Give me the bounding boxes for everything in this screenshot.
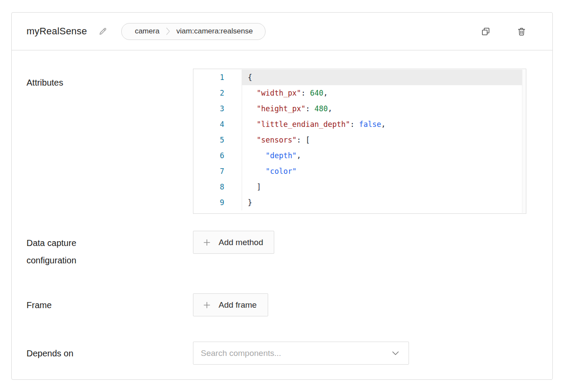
depends-on-select[interactable] [193, 342, 409, 365]
line-number: 6 [193, 148, 242, 163]
code-token: 640 [310, 89, 323, 97]
editor-scrollbar[interactable] [522, 70, 526, 213]
code-line[interactable]: 8 ] [193, 179, 526, 195]
delete-button[interactable] [515, 25, 528, 38]
code-token: "color" [266, 167, 297, 176]
code-token: "sensors" [256, 136, 296, 144]
add-frame-button[interactable]: Add frame [193, 293, 268, 316]
chevron-down-icon[interactable] [392, 351, 399, 355]
code-token [248, 151, 266, 160]
attributes-row: Attributes 1{2 "width_px": 640,3 "height… [27, 69, 538, 214]
code-token: 480 [315, 104, 328, 113]
code-token: "depth" [266, 151, 297, 160]
code-line[interactable]: 6 "depth", [193, 148, 526, 163]
add-method-button[interactable]: Add method [193, 231, 274, 254]
code-token: : [350, 120, 359, 129]
attributes-label: Attributes [27, 69, 193, 214]
line-number: 9 [193, 195, 242, 210]
component-type-label: camera [135, 27, 160, 36]
code-text: "color" [242, 163, 522, 179]
code-line[interactable]: 9} [193, 195, 526, 210]
code-line[interactable]: 4 "little_endian_depth": false, [193, 116, 526, 132]
code-token: false [359, 120, 381, 129]
frame-row: Frame Add frame [27, 293, 538, 316]
line-number: 8 [193, 179, 242, 195]
pencil-icon [98, 27, 107, 36]
code-text: ] [242, 179, 522, 195]
code-token [248, 89, 256, 97]
edit-name-button[interactable] [96, 25, 109, 38]
code-line[interactable]: 7 "color" [193, 163, 526, 179]
code-text: { [242, 70, 522, 85]
chevron-right-icon [166, 27, 170, 36]
code-token: { [248, 73, 252, 82]
code-token: , [323, 89, 328, 97]
code-token: : [301, 89, 310, 97]
code-token: "height_px" [256, 104, 306, 113]
code-line[interactable]: 2 "width_px": 640, [193, 85, 526, 101]
code-token [248, 120, 256, 129]
code-text: "little_endian_depth": false, [242, 116, 522, 132]
code-token: "little_endian_depth" [256, 120, 350, 129]
copy-icon [481, 27, 491, 37]
code-text: } [242, 195, 522, 210]
code-token [248, 167, 266, 176]
depends-on-row: Depends on [27, 342, 538, 365]
component-type-badge: camera viam:camera:realsense [121, 23, 265, 40]
component-model-label: viam:camera:realsense [176, 27, 253, 36]
line-number: 2 [193, 85, 242, 101]
code-token: : [306, 104, 314, 113]
code-token: , [297, 151, 301, 160]
line-number: 1 [193, 70, 242, 85]
data-capture-label: Data capture configuration [27, 231, 193, 269]
component-card: myRealSense camera viam:camera:realsense [11, 12, 553, 380]
data-capture-row: Data capture configuration Add method [27, 231, 538, 269]
page-title: myRealSense [27, 26, 87, 37]
line-number: 7 [193, 163, 242, 179]
depends-on-label: Depends on [27, 345, 193, 362]
code-token: , [381, 120, 386, 129]
add-frame-label: Add frame [219, 300, 257, 310]
attributes-editor-lines: 1{2 "width_px": 640,3 "height_px": 480,4… [193, 70, 526, 210]
plus-icon [203, 239, 210, 246]
attributes-code-editor[interactable]: 1{2 "width_px": 640,3 "height_px": 480,4… [193, 69, 526, 214]
code-line[interactable]: 1{ [193, 70, 526, 85]
line-number: 5 [193, 132, 242, 148]
code-token: } [248, 198, 252, 207]
header-actions [479, 25, 528, 38]
code-token: , [328, 104, 332, 113]
code-text: "sensors": [ [242, 132, 522, 148]
code-line[interactable]: 5 "sensors": [ [193, 132, 526, 148]
code-text: "width_px": 640, [242, 85, 522, 101]
code-token [248, 104, 256, 113]
frame-label: Frame [27, 296, 193, 314]
trash-icon [517, 27, 526, 37]
plus-icon [203, 302, 210, 309]
code-text: "height_px": 480, [242, 101, 522, 116]
component-card-header: myRealSense camera viam:camera:realsense [12, 13, 552, 50]
line-number: 3 [193, 101, 242, 116]
duplicate-button[interactable] [479, 25, 492, 38]
add-method-label: Add method [219, 238, 263, 247]
line-number: 4 [193, 116, 242, 132]
code-token: ] [248, 183, 261, 191]
code-token: "width_px" [256, 89, 301, 97]
code-line[interactable]: 3 "height_px": 480, [193, 101, 526, 116]
code-token [248, 136, 256, 144]
code-token: : [ [297, 136, 310, 144]
search-components-input[interactable] [193, 342, 409, 364]
code-text: "depth", [242, 148, 522, 163]
component-card-body: Attributes 1{2 "width_px": 640,3 "height… [12, 50, 552, 365]
